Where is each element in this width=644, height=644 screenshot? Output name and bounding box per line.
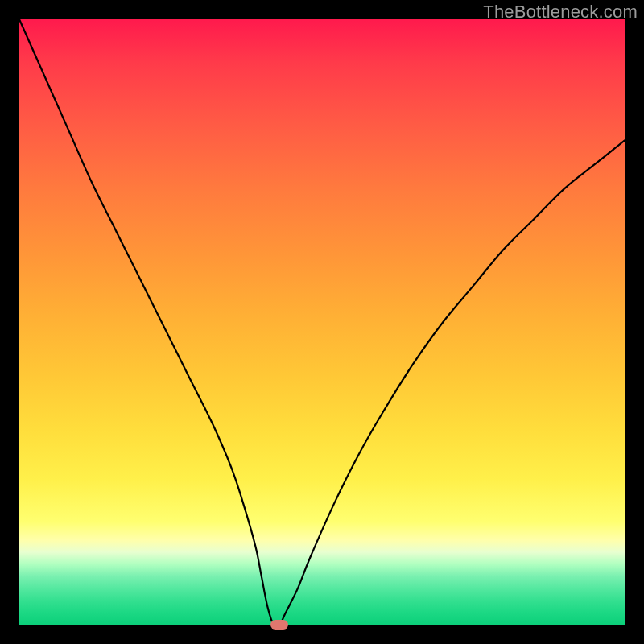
plot-area — [19, 19, 625, 625]
chart-frame: TheBottleneck.com — [0, 0, 644, 644]
minimum-marker — [270, 620, 288, 630]
bottleneck-curve — [19, 19, 625, 625]
watermark-text: TheBottleneck.com — [483, 2, 638, 23]
